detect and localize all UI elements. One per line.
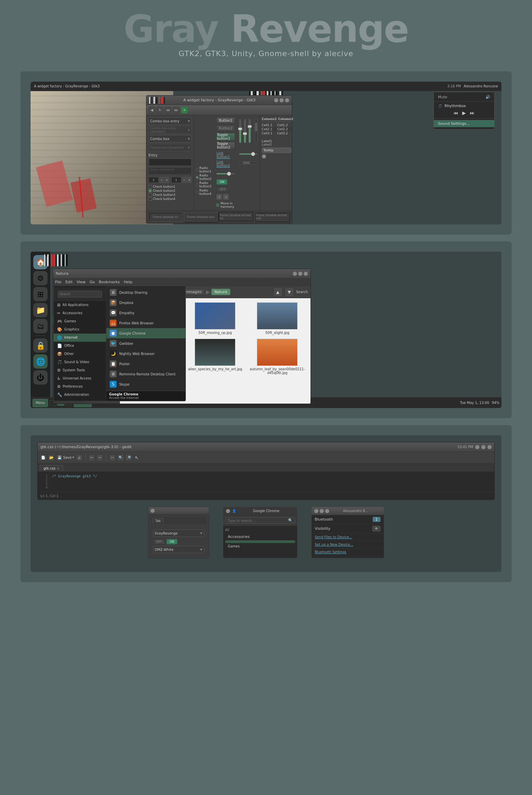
cat-administration[interactable]: 🔧 Administration bbox=[54, 391, 106, 399]
app-nightly[interactable]: 🌙 Nightly Web Browser bbox=[106, 349, 185, 359]
checkbox-2-checked[interactable]: ✓ Check button2 bbox=[148, 189, 192, 192]
bt-setup-link[interactable]: Set up a New Device... bbox=[315, 543, 354, 546]
radio-2-checked[interactable]: Radio button2 bbox=[196, 174, 212, 181]
gedit-tab-gtk[interactable]: gtk.css ✕ bbox=[40, 465, 63, 471]
gedit-save-arrow[interactable]: ▼ bbox=[72, 456, 74, 459]
cat-all-apps[interactable]: ⊞ All Applications bbox=[54, 301, 106, 309]
checkbox-1[interactable]: Check button1 bbox=[148, 185, 192, 188]
vslider-3[interactable] bbox=[249, 119, 251, 143]
bt-toggle-btn[interactable]: 1 bbox=[373, 517, 380, 522]
bt-send-link[interactable]: Send Files to Device... bbox=[315, 535, 352, 539]
rb2[interactable] bbox=[196, 175, 198, 179]
cat-accessories[interactable]: ✂ Accessories bbox=[54, 309, 106, 317]
cat-preferences[interactable]: ⚙ Preferences bbox=[54, 383, 106, 391]
cat-graphics[interactable]: 🎨 Graphics bbox=[54, 325, 106, 334]
tb-refresh-btn[interactable]: ↻ bbox=[157, 107, 163, 114]
harmony-checkbox[interactable]: ✓ bbox=[216, 203, 219, 207]
launcher-settings[interactable]: ⚙ bbox=[33, 271, 48, 285]
spinner2-minus[interactable]: − bbox=[182, 177, 187, 183]
tb-back-btn[interactable]: ◀ bbox=[148, 107, 155, 114]
app-search-input[interactable] bbox=[58, 291, 102, 298]
dash-close[interactable] bbox=[226, 509, 230, 513]
cb1-box[interactable] bbox=[148, 185, 152, 188]
gedit-redo[interactable]: ↪ bbox=[96, 454, 103, 461]
bt-close-btn[interactable] bbox=[314, 509, 318, 513]
tray-sound-settings[interactable]: Sound Settings... bbox=[434, 120, 494, 127]
cat-universal-access[interactable]: ♿ Universal Access bbox=[54, 374, 106, 383]
cat-other[interactable]: 📦 Other bbox=[54, 350, 106, 358]
radio-1[interactable]: Radio button1 bbox=[196, 166, 212, 173]
win-close-btn[interactable] bbox=[274, 98, 278, 102]
tb-next-btn[interactable]: ⏭ bbox=[173, 107, 180, 114]
nav-down[interactable]: ▼ bbox=[285, 287, 294, 297]
button2[interactable]: Button2 bbox=[216, 125, 235, 132]
menu-edit[interactable]: Edit bbox=[65, 280, 72, 284]
spinner-input-2[interactable] bbox=[171, 177, 181, 183]
radio-4[interactable]: Radio button4 bbox=[196, 189, 212, 196]
spinner-minus[interactable]: − bbox=[159, 177, 164, 183]
gedit-cut[interactable]: ✂ bbox=[109, 454, 116, 461]
bc-natura[interactable]: Natura bbox=[211, 289, 230, 295]
cat-system-tools[interactable]: ⚙ System Tools bbox=[54, 366, 106, 374]
spinner-plus[interactable]: + bbox=[164, 177, 169, 183]
bt-max-btn[interactable] bbox=[325, 509, 329, 513]
spinner-input[interactable] bbox=[148, 177, 159, 183]
combo-entry[interactable]: Combo box entry ▼ bbox=[148, 117, 192, 125]
menu-bookmarks[interactable]: Bookmarks bbox=[99, 280, 120, 284]
app-dropbox[interactable]: 📦 Dropbox bbox=[106, 298, 185, 308]
link-button2[interactable]: Link button2 bbox=[216, 160, 235, 168]
gedit-save[interactable]: 💾 bbox=[56, 454, 63, 461]
gedit-undo[interactable]: ↩ bbox=[88, 454, 95, 461]
combo-box[interactable]: Combo box ▼ bbox=[148, 135, 192, 142]
scrollbar-v[interactable] bbox=[255, 119, 258, 143]
tray-prev-btn[interactable]: ⏮ bbox=[454, 110, 458, 116]
gedit-close[interactable] bbox=[475, 445, 479, 449]
rb3[interactable] bbox=[196, 183, 198, 186]
file-item-2[interactable]: 50ft_moving_up.jpg bbox=[186, 302, 244, 335]
file-item-3[interactable]: 50ft_slight.jpg bbox=[248, 302, 306, 335]
bt-settings-row[interactable]: Bluetooth Settings bbox=[312, 548, 384, 556]
vslider-1[interactable] bbox=[239, 119, 241, 143]
app-gwibber[interactable]: 🐦 Gwibber bbox=[106, 338, 185, 349]
gedit-search2[interactable]: 🔎 bbox=[125, 454, 132, 461]
checkbox-4[interactable]: Check button4 bbox=[148, 197, 192, 201]
scrollbar-h[interactable] bbox=[239, 162, 258, 164]
dmz-combo[interactable]: DMZ-White ▼ bbox=[153, 546, 204, 553]
gedit-max[interactable] bbox=[487, 445, 492, 449]
app-remmina[interactable]: 🖥 Remmina Remote Desktop Client bbox=[106, 369, 185, 379]
cb2-box[interactable]: ✓ bbox=[148, 189, 152, 192]
app-empathy[interactable]: 💬 Empathy bbox=[106, 308, 185, 318]
app-poster[interactable]: 📋 Poster bbox=[106, 359, 185, 369]
app-desktop-sharing[interactable]: 🖥 Desktop Sharing bbox=[106, 287, 185, 298]
dash-search-field[interactable] bbox=[228, 519, 288, 523]
bt-min-btn[interactable] bbox=[320, 509, 324, 513]
small-off-btn[interactable]: OFF bbox=[153, 539, 165, 544]
cat-places[interactable]: 📁 Places bbox=[54, 399, 106, 401]
nav-up[interactable]: ▲ bbox=[273, 287, 283, 297]
entry-input[interactable] bbox=[148, 158, 192, 166]
gedit-print[interactable]: 🖨 bbox=[76, 454, 83, 461]
button1[interactable]: Button1 bbox=[216, 117, 235, 124]
menu-view[interactable]: View bbox=[77, 280, 86, 284]
tray-play-btn[interactable]: ▶ bbox=[462, 110, 466, 116]
search-result-games[interactable] bbox=[225, 540, 295, 543]
theme-active-tab[interactable]: Tab bbox=[153, 518, 164, 523]
gedit-search[interactable]: 🔍 bbox=[117, 454, 124, 461]
theme-close[interactable] bbox=[150, 509, 155, 513]
radio-3[interactable]: Radio button3 bbox=[196, 181, 212, 188]
cat-office[interactable]: 📄 Office bbox=[54, 342, 106, 350]
cb3-box[interactable] bbox=[148, 193, 152, 197]
spinner2-plus[interactable]: + bbox=[187, 177, 192, 183]
greyrevenge-combo[interactable]: GrayRevenge ▼ bbox=[153, 529, 204, 537]
menu-help[interactable]: Help bbox=[124, 280, 132, 284]
gedit-save-label[interactable]: Save bbox=[63, 456, 72, 459]
hslider-2[interactable] bbox=[239, 151, 258, 157]
vslider-2[interactable] bbox=[244, 119, 246, 143]
file-item-5[interactable]: alien_species_by_my_he_art.jpg bbox=[186, 339, 244, 375]
link-button1[interactable]: Link button1 bbox=[216, 151, 235, 159]
menu-file[interactable]: File bbox=[55, 280, 61, 284]
app-chrome[interactable]: ● Google Chrome bbox=[106, 328, 185, 338]
app-skype[interactable]: S Skype bbox=[106, 379, 185, 389]
bt-settings-link[interactable]: Bluetooth Settings bbox=[315, 550, 347, 554]
nautilus-close[interactable] bbox=[293, 272, 297, 276]
